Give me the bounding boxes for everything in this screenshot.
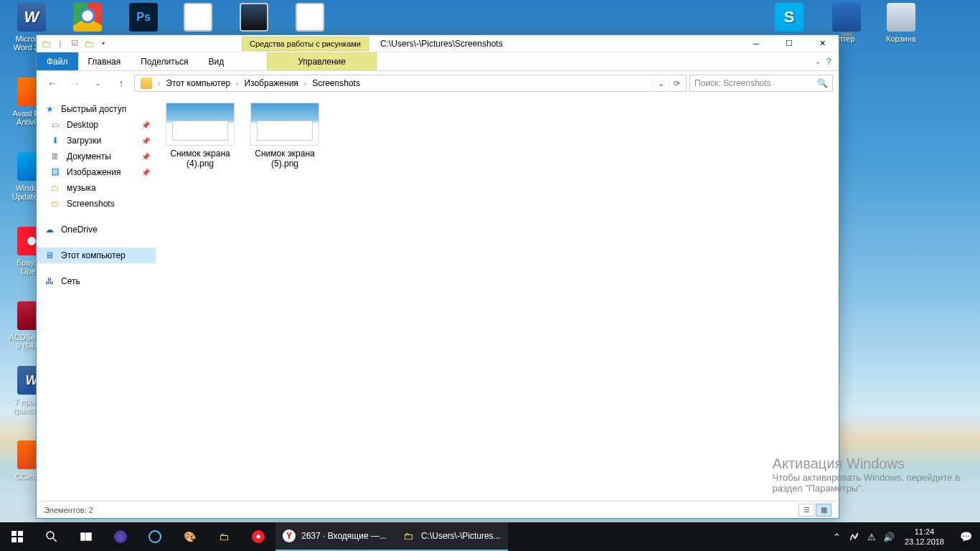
explorer-window: 🗀 | ☑ 🗀 ▾ Средства работы с рисунками C:… xyxy=(36,34,839,519)
sidebar-item-music[interactable]: 🗀музыка xyxy=(37,180,156,196)
forward-button[interactable]: → xyxy=(65,74,85,93)
up-button[interactable]: ↑ xyxy=(111,74,131,93)
folder-icon[interactable]: 🗀 xyxy=(39,37,52,50)
tab-home[interactable]: Главная xyxy=(78,52,131,70)
desktop-icon-skype[interactable]: S xyxy=(763,3,815,34)
file-list[interactable]: Снимок экрана (4).png Снимок экрана (5).… xyxy=(156,95,839,501)
breadcrumb-pictures[interactable]: Изображения xyxy=(240,75,302,91)
sidebar-onedrive[interactable]: ☁OneDrive xyxy=(37,222,156,237)
desktop-icon-recycle-bin[interactable]: Корзина xyxy=(875,3,927,43)
folder-icon: 🗀 xyxy=(50,198,61,209)
ribbon-tabs: Файл Главная Поделиться Вид Управление ⌄… xyxy=(37,52,839,71)
file-thumbnail xyxy=(166,103,235,146)
svg-line-5 xyxy=(53,538,57,542)
recent-dropdown[interactable]: ⌄ xyxy=(88,74,108,93)
breadcrumb-screenshots[interactable]: Screenshots xyxy=(308,75,364,91)
sidebar-this-pc[interactable]: 🖥Этот компьютер xyxy=(37,248,156,263)
sidebar-network[interactable]: 🖧Сеть xyxy=(37,273,156,289)
sidebar-item-desktop[interactable]: ▭Desktop📌 xyxy=(37,117,156,133)
close-button[interactable]: ✕ xyxy=(806,35,839,52)
desktop-icon-thumb-3[interactable] xyxy=(284,3,336,34)
search-button[interactable] xyxy=(34,522,69,551)
tab-file[interactable]: Файл xyxy=(37,52,78,70)
taskbar-explorer-pin[interactable]: 🗀 xyxy=(207,522,241,551)
folder-icon: 🗀 xyxy=(50,182,61,194)
new-folder-icon[interactable]: 🗀 xyxy=(83,37,95,50)
taskbar-label: C:\Users\-\Pictures... xyxy=(421,531,501,541)
tray-overflow[interactable]: ⌃ xyxy=(829,532,846,542)
tab-share[interactable]: Поделиться xyxy=(131,52,198,70)
back-button[interactable]: ← xyxy=(42,74,62,93)
help-icon[interactable]: ? xyxy=(826,56,831,67)
taskbar-clock[interactable]: 11:24 23.12.2018 xyxy=(897,527,951,547)
qat-dropdown-icon[interactable]: ▾ xyxy=(97,37,110,50)
navigation-bar: ← → ⌄ ↑ › Этот компьютер › Изображения ›… xyxy=(37,71,839,95)
pictures-icon: 🖼 xyxy=(50,166,61,178)
sidebar-item-downloads[interactable]: ⬇Загрузки📌 xyxy=(37,133,156,149)
file-name: Снимок экрана (5).png xyxy=(255,149,315,169)
details-view-button[interactable]: ☰ xyxy=(798,504,814,517)
folder-icon: 🗀 xyxy=(217,529,231,544)
tab-view[interactable]: Вид xyxy=(198,52,234,70)
search-icon[interactable]: 🔍 xyxy=(817,78,828,88)
address-dropdown[interactable]: ⌄ xyxy=(653,75,669,92)
cortana-button[interactable] xyxy=(103,522,138,551)
recycle-bin-icon xyxy=(887,3,915,32)
svg-point-4 xyxy=(47,532,54,539)
sidebar-item-screenshots[interactable]: 🗀Screenshots xyxy=(37,196,156,212)
search-placeholder: Поиск: Screenshots xyxy=(694,78,771,88)
ribbon-expand-icon[interactable]: ⌄ xyxy=(815,57,821,65)
taskbar-paint[interactable]: 🎨 xyxy=(172,522,207,551)
action-center-button[interactable]: 💬 xyxy=(951,531,980,542)
chevron-right-icon[interactable]: › xyxy=(156,80,161,88)
context-title: Средства работы с рисунками xyxy=(250,39,361,48)
file-item[interactable]: Снимок экрана (4).png xyxy=(164,103,236,169)
svg-rect-1 xyxy=(18,531,23,536)
breadcrumb-this-pc[interactable]: Этот компьютер xyxy=(161,75,235,91)
tab-manage[interactable]: Управление xyxy=(267,52,377,70)
file-item[interactable]: Снимок экрана (5).png xyxy=(249,103,321,169)
taskbar-app-explorer[interactable]: 🗀C:\Users\-\Pictures... xyxy=(394,522,508,551)
desktop-icon-thumb-1[interactable] xyxy=(172,3,224,34)
maximize-button[interactable]: ☐ xyxy=(773,35,806,52)
taskbar-opera[interactable] xyxy=(241,522,275,551)
people-button[interactable] xyxy=(138,522,172,551)
taskbar-app-yandex[interactable]: Y2637 · Входящие —... xyxy=(275,522,394,551)
tray-wifi-icon[interactable]: ⚠ xyxy=(863,532,880,542)
svg-rect-3 xyxy=(18,537,23,542)
item-count: Элементов: 2 xyxy=(44,506,93,514)
watermark-text: раздел "Параметры". xyxy=(773,483,960,494)
sidebar-item-pictures[interactable]: 🖼Изображения📌 xyxy=(37,164,156,180)
task-view-button[interactable] xyxy=(69,522,103,551)
qat-separator: | xyxy=(54,37,67,50)
refresh-button[interactable]: ⟳ xyxy=(669,75,684,92)
desktop-icon-photoshop[interactable]: Ps xyxy=(118,3,169,34)
sidebar-quick-access[interactable]: ★Быстрый доступ xyxy=(37,101,156,117)
start-button[interactable] xyxy=(0,522,34,551)
address-bar[interactable]: › Этот компьютер › Изображения › Screens… xyxy=(134,75,687,92)
opera-icon xyxy=(252,530,265,543)
chevron-right-icon[interactable]: › xyxy=(303,80,308,88)
quick-access-toolbar: 🗀 | ☑ 🗀 ▾ xyxy=(37,35,113,52)
tray-volume-icon[interactable]: 🔊 xyxy=(880,532,897,542)
photoshop-icon: Ps xyxy=(129,3,158,32)
desktop-icon-chrome[interactable] xyxy=(62,3,113,34)
watermark-title: Активация Windows xyxy=(773,456,960,472)
desktop: WMicrosoft Word 20... Ps S птер Корзина … xyxy=(0,0,980,551)
titlebar[interactable]: 🗀 | ☑ 🗀 ▾ Средства работы с рисунками C:… xyxy=(37,35,839,52)
svg-rect-6 xyxy=(81,533,85,540)
desktop-icon-thumb-2[interactable] xyxy=(228,3,280,34)
sidebar-item-documents[interactable]: 🗎Документы📌 xyxy=(37,149,156,164)
minimize-button[interactable]: ─ xyxy=(740,35,773,52)
chevron-right-icon[interactable]: › xyxy=(235,80,240,88)
search-input[interactable]: Поиск: Screenshots 🔍 xyxy=(689,75,833,92)
breadcrumb-root[interactable] xyxy=(136,75,156,91)
properties-icon[interactable]: ☑ xyxy=(68,37,81,50)
icons-view-button[interactable]: ▦ xyxy=(816,504,831,517)
document-icon: 🗎 xyxy=(50,151,61,162)
folder-icon xyxy=(141,77,152,89)
tray-battery-icon[interactable]: 🗲 xyxy=(846,532,863,542)
pin-icon: 📌 xyxy=(141,121,150,129)
taskbar-label: 2637 · Входящие —... xyxy=(301,531,387,541)
system-tray: ⌃ 🗲 ⚠ 🔊 11:24 23.12.2018 💬 xyxy=(829,522,980,551)
